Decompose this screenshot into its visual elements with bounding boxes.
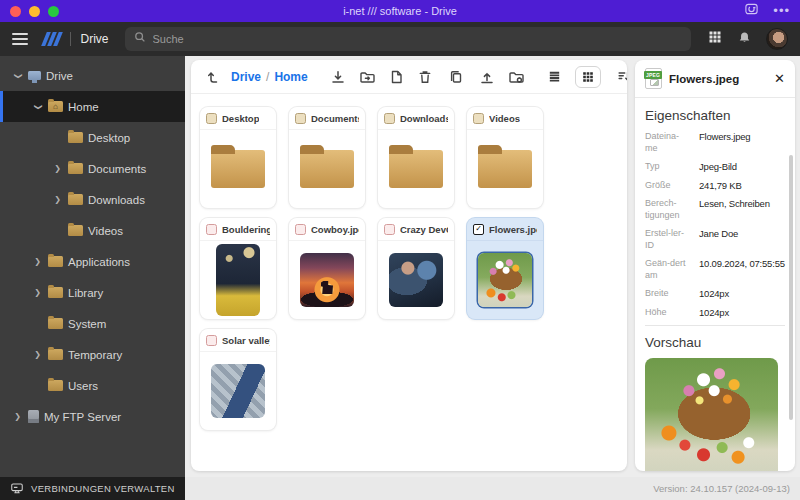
file-card-body: [200, 241, 276, 319]
folder-icon: [48, 287, 63, 298]
file-card-desktop[interactable]: Desktop: [200, 107, 276, 208]
image-file-mini-icon[interactable]: [206, 335, 217, 346]
property-value: Flowers.jpeg: [699, 131, 785, 154]
sidebar-item-label: Temporary: [68, 349, 122, 361]
connections-icon: [10, 480, 24, 498]
folder-icon: [68, 225, 83, 236]
folder-settings-icon[interactable]: [508, 69, 525, 85]
product-name: Drive: [81, 32, 109, 46]
property-value: Lesen, Schreiben: [699, 198, 785, 221]
sidebar-item-drive[interactable]: Drive: [0, 60, 185, 91]
copy-icon[interactable]: [448, 69, 464, 85]
list-view-icon[interactable]: [547, 69, 562, 84]
sidebar-item-home[interactable]: Home: [0, 91, 185, 122]
sidebar-item-system[interactable]: System: [0, 308, 185, 339]
app-toolbar: Drive: [0, 22, 800, 56]
sidebar-item-label: Applications: [68, 256, 130, 268]
grid-view-icon[interactable]: [575, 66, 601, 88]
folder-icon: [48, 380, 63, 391]
file-card-body: [200, 352, 276, 430]
chevron-right-icon[interactable]: [12, 413, 23, 421]
property-label: Breite: [645, 288, 691, 300]
minimize-window-button[interactable]: [29, 6, 40, 17]
search-box[interactable]: [125, 27, 691, 51]
chevron-right-icon[interactable]: [32, 258, 43, 266]
window-title: i-net /// software - Drive: [0, 5, 800, 17]
file-card-header: Bouldering....: [200, 218, 276, 241]
menu-icon[interactable]: [12, 33, 28, 45]
folder-mini-icon[interactable]: [384, 113, 395, 124]
file-card-documents[interactable]: Documents: [289, 107, 365, 208]
download-icon[interactable]: [330, 69, 346, 85]
file-card-solar-valley[interactable]: Solar valley....: [200, 329, 276, 430]
sidebar-item-documents[interactable]: Documents: [0, 153, 185, 184]
zoom-window-button[interactable]: [48, 6, 59, 17]
file-card-bouldering[interactable]: Bouldering....: [200, 218, 276, 319]
search-input[interactable]: [153, 33, 683, 45]
sidebar-item-users[interactable]: Users: [0, 370, 185, 401]
sidebar-item-label: Documents: [88, 163, 146, 175]
sidebar-item-videos[interactable]: Videos: [0, 215, 185, 246]
sidebar-item-library[interactable]: Library: [0, 277, 185, 308]
divider: [645, 325, 785, 326]
sidebar-item-downloads[interactable]: Downloads: [0, 184, 185, 215]
chevron-right-icon[interactable]: [52, 165, 63, 173]
sidebar-item-label: Library: [68, 287, 103, 299]
version-label: Version: 24.10.157 (2024-09-13): [653, 483, 790, 494]
navigate-up-icon[interactable]: [205, 69, 221, 85]
file-card-flowers-jpeg[interactable]: ✓Flowers.jpeg: [467, 218, 543, 319]
close-window-button[interactable]: [10, 6, 21, 17]
image-file-mini-icon[interactable]: [206, 224, 217, 235]
folder-mini-icon[interactable]: [473, 113, 484, 124]
manage-connections-button[interactable]: VERBINDUNGEN VERWALTEN: [0, 477, 185, 500]
property-row: TypJpeg-Bild: [645, 161, 785, 173]
new-file-icon[interactable]: [389, 69, 404, 85]
image-file-mini-icon[interactable]: [295, 224, 306, 235]
property-label: Größe: [645, 180, 691, 192]
chevron-right-icon[interactable]: [32, 289, 43, 297]
property-row: Höhe1024px: [645, 307, 785, 319]
chevron-right-icon[interactable]: [52, 196, 63, 204]
sidebar-item-temporary[interactable]: Temporary: [0, 339, 185, 370]
sidebar-item-label: Users: [68, 380, 98, 392]
sidebar-item-applications[interactable]: Applications: [0, 246, 185, 277]
sidebar-item-my-ftp-server[interactable]: My FTP Server: [0, 401, 185, 432]
sort-icon[interactable]: ▼: [616, 69, 627, 84]
devops-thumbnail: [389, 253, 443, 307]
folder-mini-icon[interactable]: [295, 113, 306, 124]
properties-section-title: Eigenschaften: [645, 108, 785, 123]
details-scrollbar[interactable]: [789, 155, 793, 420]
breadcrumb-home[interactable]: Home: [274, 70, 307, 84]
chevron-down-icon[interactable]: [14, 70, 22, 81]
app-launcher-icon[interactable]: [707, 29, 723, 49]
file-card-videos[interactable]: Videos: [467, 107, 543, 208]
property-value: Jpeg-Bild: [699, 161, 785, 173]
breadcrumb-separator: /: [266, 70, 269, 84]
main-area: Drive/Home: [185, 56, 800, 477]
folder-mini-icon[interactable]: [206, 113, 217, 124]
titlebar-more-icon[interactable]: •••: [773, 6, 790, 16]
file-card-crazy-devo[interactable]: Crazy DevO...: [378, 218, 454, 319]
file-card-cowboy-jpeg[interactable]: Cowboy.jpeg: [289, 218, 365, 319]
sidebar-item-desktop[interactable]: Desktop: [0, 122, 185, 153]
delete-icon[interactable]: [417, 69, 433, 85]
file-name: Videos: [489, 113, 520, 124]
property-row: Dateina-meFlowers.jpeg: [645, 131, 785, 154]
checkbox-checked-icon[interactable]: ✓: [473, 224, 484, 235]
upload-icon[interactable]: [479, 69, 495, 85]
chevron-down-icon[interactable]: [34, 101, 42, 112]
property-label: Typ: [645, 161, 691, 173]
remote-session-icon[interactable]: [744, 2, 759, 20]
image-file-mini-icon[interactable]: [384, 224, 395, 235]
move-to-folder-icon[interactable]: [359, 69, 376, 85]
inet-logo-icon: [44, 32, 60, 46]
folder-icon: [48, 256, 63, 267]
user-avatar[interactable]: [766, 28, 788, 50]
close-icon[interactable]: ✕: [774, 72, 785, 85]
property-value: Jane Doe: [699, 228, 785, 251]
notifications-bell-icon[interactable]: [737, 30, 752, 49]
file-name: Flowers.jpeg: [489, 224, 537, 235]
breadcrumb-drive[interactable]: Drive: [231, 70, 261, 84]
chevron-right-icon[interactable]: [32, 351, 43, 359]
file-card-downloads[interactable]: Downloads: [378, 107, 454, 208]
